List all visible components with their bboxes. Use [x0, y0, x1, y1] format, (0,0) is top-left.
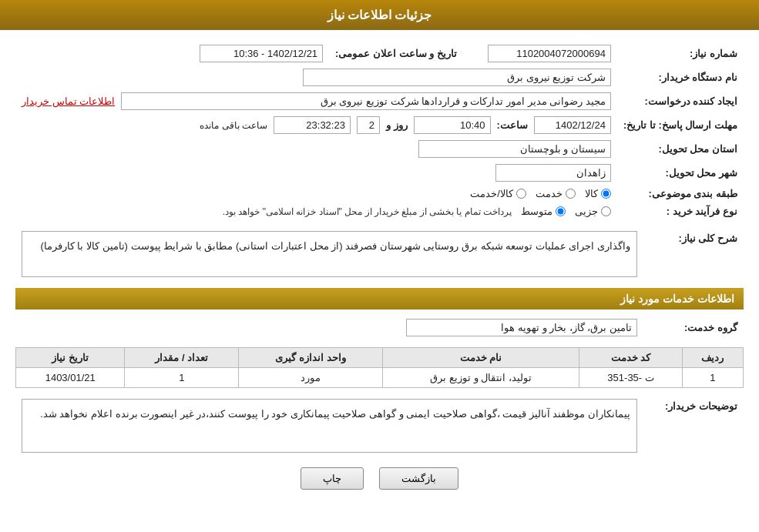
publish-value: 1402/12/21 - 10:36: [200, 45, 323, 62]
need-number-label: شماره نیاز:: [617, 42, 744, 65]
creator-contact-link[interactable]: اطلاعات تماس خریدار: [22, 95, 115, 107]
description-content: واگذاری اجرای عملیات توسعه شبکه برق روست…: [22, 231, 637, 277]
process-option-mutavasset[interactable]: متوسط: [521, 206, 566, 217]
city-value: زاهدان: [495, 164, 611, 182]
process-radio-group: جزیی متوسط: [521, 206, 611, 217]
response-remaining-label: ساعت باقی مانده: [200, 120, 267, 131]
city-label: شهر محل تحویل:: [617, 161, 744, 185]
buyer-name-label: نام دستگاه خریدار:: [617, 65, 744, 89]
buttons-row: بازگشت چاپ: [15, 467, 744, 490]
creator-value: مجید رضوانی مدیر امور تدارکات و قرارداده…: [121, 92, 611, 110]
col-name: نام خدمت: [382, 348, 579, 368]
category-option-khedmat[interactable]: خدمت: [536, 188, 576, 199]
col-qty: تعداد / مقدار: [125, 348, 239, 368]
category-option-kala-khedmat[interactable]: کالا/خدمت: [470, 188, 526, 199]
process-option-jozi[interactable]: جزیی: [575, 206, 611, 217]
table-row: 1ت -35-351تولید، انتقال و توزیع برقمورد1…: [16, 368, 744, 388]
notes-content: پیمانکاران موظفند آنالیز قیمت ،گواهی صلا…: [22, 399, 637, 453]
notes-label: توضیحات خریدار:: [643, 396, 744, 456]
print-button[interactable]: چاپ: [301, 467, 364, 490]
province-value: سیستان و بلوچستان: [418, 140, 611, 158]
creator-label: ایجاد کننده درخواست:: [617, 89, 744, 113]
province-label: استان محل تحویل:: [617, 137, 744, 161]
need-number-value: 1102004072000694: [488, 45, 611, 62]
response-days: 2: [357, 116, 380, 134]
category-label: طبقه بندی موضوعی:: [617, 185, 744, 202]
category-radio-group: کالا خدمت کالا/خدمت: [22, 188, 611, 199]
category-option-kala[interactable]: کالا: [585, 188, 611, 199]
col-code: کد خدمت: [579, 348, 682, 368]
response-remaining: 23:32:23: [274, 116, 351, 134]
response-day-label: روز و: [386, 119, 408, 131]
response-time: 10:40: [414, 116, 491, 134]
back-button[interactable]: بازگشت: [379, 467, 458, 490]
process-note: پرداخت تمام یا بخشی از مبلغ خریدار از مح…: [223, 206, 512, 217]
response-time-label: ساعت:: [497, 119, 528, 131]
col-unit: واحد اندازه گیری: [239, 348, 382, 368]
services-table: ردیف کد خدمت نام خدمت واحد اندازه گیری ت…: [15, 347, 744, 388]
response-deadline-label: مهلت ارسال پاسخ: تا تاریخ:: [617, 113, 744, 137]
service-group-label: گروه خدمت:: [643, 316, 744, 340]
page-title: جزئیات اطلاعات نیاز: [0, 0, 759, 30]
publish-label: تاریخ و ساعت اعلان عمومی:: [329, 42, 463, 65]
process-label: نوع فرآیند خرید :: [617, 202, 744, 220]
services-section-title: اطلاعات خدمات مورد نیاز: [15, 288, 744, 309]
description-label: شرح کلی نیاز:: [643, 228, 744, 280]
col-date: تاریخ نیاز: [16, 348, 125, 368]
col-row: ردیف: [682, 348, 743, 368]
response-date: 1402/12/24: [534, 116, 611, 134]
service-group-value: تامین برق، گاز، بخار و تهویه هوا: [406, 319, 637, 336]
buyer-name-value: شرکت توزیع نیروی برق: [303, 69, 611, 86]
